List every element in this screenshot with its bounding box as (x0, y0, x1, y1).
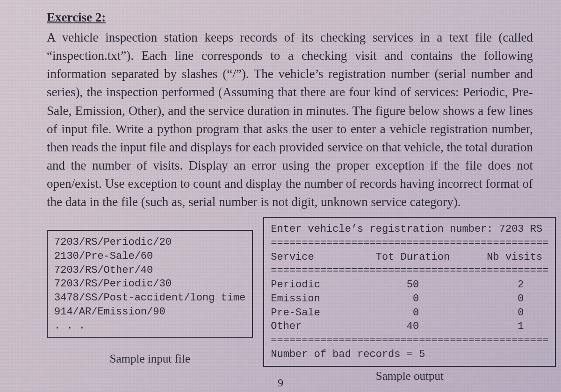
sample-input-caption: Sample input file (47, 352, 253, 365)
sample-output-box: Enter vehicle’s registration number: 720… (263, 217, 556, 367)
sample-output-caption: Sample output (263, 370, 556, 383)
figures-row: 7203/RS/Periodic/20 2130/Pre-Sale/60 720… (47, 217, 533, 383)
sample-input-box: 7203/RS/Periodic/20 2130/Pre-Sale/60 720… (47, 230, 253, 338)
page-number: 9 (278, 377, 283, 389)
problem-statement: A vehicle inspection station keeps recor… (47, 29, 533, 211)
exercise-heading: Exercise 2: (47, 0, 533, 25)
